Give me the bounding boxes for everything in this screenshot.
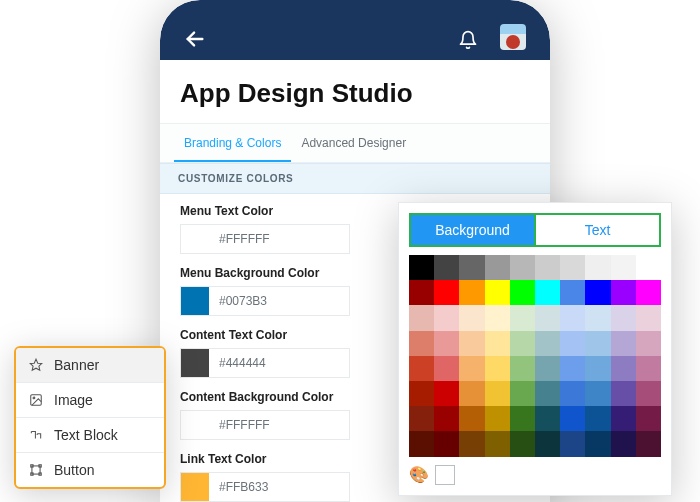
palette-swatch[interactable] xyxy=(636,431,661,456)
palette-swatch[interactable] xyxy=(611,406,636,431)
palette-swatch[interactable] xyxy=(510,381,535,406)
palette-swatch[interactable] xyxy=(560,280,585,305)
palette-swatch[interactable] xyxy=(560,431,585,456)
palette-swatch[interactable] xyxy=(510,406,535,431)
palette-swatch[interactable] xyxy=(485,381,510,406)
palette-swatch[interactable] xyxy=(535,356,560,381)
palette-swatch[interactable] xyxy=(510,280,535,305)
palette-swatch[interactable] xyxy=(636,331,661,356)
palette-swatch[interactable] xyxy=(560,381,585,406)
palette-swatch[interactable] xyxy=(611,381,636,406)
color-input[interactable]: #FFB633 xyxy=(180,472,350,502)
tab-advanced-designer[interactable]: Advanced Designer xyxy=(291,126,416,160)
palette-swatch[interactable] xyxy=(560,331,585,356)
tab-branding-colors[interactable]: Branding & Colors xyxy=(174,126,291,162)
palette-swatch[interactable] xyxy=(434,431,459,456)
palette-swatch[interactable] xyxy=(636,381,661,406)
palette-swatch[interactable] xyxy=(409,381,434,406)
palette-swatch[interactable] xyxy=(409,331,434,356)
palette-swatch[interactable] xyxy=(636,305,661,330)
palette-swatch[interactable] xyxy=(535,381,560,406)
palette-swatch[interactable] xyxy=(434,280,459,305)
palette-swatch[interactable] xyxy=(434,305,459,330)
avatar[interactable] xyxy=(500,24,526,50)
palette-swatch[interactable] xyxy=(560,305,585,330)
palette-swatch[interactable] xyxy=(585,431,610,456)
back-icon[interactable] xyxy=(184,28,206,50)
element-image[interactable]: Image xyxy=(16,383,164,418)
palette-swatch[interactable] xyxy=(409,356,434,381)
palette-swatch[interactable] xyxy=(409,305,434,330)
palette-swatch[interactable] xyxy=(485,431,510,456)
palette-swatch[interactable] xyxy=(510,255,535,280)
palette-swatch[interactable] xyxy=(459,406,484,431)
palette-swatch[interactable] xyxy=(485,255,510,280)
palette-swatch[interactable] xyxy=(510,331,535,356)
palette-swatch[interactable] xyxy=(459,331,484,356)
palette-swatch[interactable] xyxy=(611,431,636,456)
palette-swatch[interactable] xyxy=(636,255,661,280)
palette-swatch[interactable] xyxy=(636,406,661,431)
palette-swatch[interactable] xyxy=(535,255,560,280)
palette-swatch[interactable] xyxy=(560,406,585,431)
palette-swatch[interactable] xyxy=(459,431,484,456)
palette-swatch[interactable] xyxy=(510,356,535,381)
palette-swatch[interactable] xyxy=(611,255,636,280)
palette-swatch[interactable] xyxy=(535,305,560,330)
palette-swatch[interactable] xyxy=(560,255,585,280)
palette-icon[interactable]: 🎨 xyxy=(409,465,429,484)
palette-swatch[interactable] xyxy=(585,381,610,406)
palette-swatch[interactable] xyxy=(535,406,560,431)
color-input[interactable]: #444444 xyxy=(180,348,350,378)
palette-swatch[interactable] xyxy=(535,280,560,305)
palette-swatch[interactable] xyxy=(585,356,610,381)
picker-tab-background[interactable]: Background xyxy=(411,215,536,245)
palette-swatch[interactable] xyxy=(409,280,434,305)
palette-swatch[interactable] xyxy=(585,331,610,356)
palette-swatch[interactable] xyxy=(434,331,459,356)
palette-swatch[interactable] xyxy=(459,305,484,330)
palette-swatch[interactable] xyxy=(459,381,484,406)
palette-swatch[interactable] xyxy=(611,331,636,356)
palette-swatch[interactable] xyxy=(485,356,510,381)
palette-swatch[interactable] xyxy=(611,280,636,305)
element-button[interactable]: Button xyxy=(16,453,164,487)
current-color-swatch[interactable] xyxy=(435,465,455,485)
picker-tab-text[interactable]: Text xyxy=(536,215,659,245)
element-list: Banner Image Text Block Button xyxy=(14,346,166,489)
palette-swatch[interactable] xyxy=(510,431,535,456)
palette-swatch[interactable] xyxy=(485,305,510,330)
palette-swatch[interactable] xyxy=(535,331,560,356)
palette-swatch[interactable] xyxy=(585,406,610,431)
notifications-icon[interactable] xyxy=(458,30,478,50)
tabs: Branding & Colors Advanced Designer xyxy=(160,123,550,163)
palette-swatch[interactable] xyxy=(459,356,484,381)
color-input[interactable]: #0073B3 xyxy=(180,286,350,316)
color-input[interactable]: #FFFFFF xyxy=(180,224,350,254)
palette-swatch[interactable] xyxy=(611,305,636,330)
palette-swatch[interactable] xyxy=(611,356,636,381)
palette-swatch[interactable] xyxy=(434,406,459,431)
palette-swatch[interactable] xyxy=(585,305,610,330)
palette-swatch[interactable] xyxy=(409,406,434,431)
palette-swatch[interactable] xyxy=(459,255,484,280)
palette-swatch[interactable] xyxy=(560,356,585,381)
palette-swatch[interactable] xyxy=(636,280,661,305)
palette-swatch[interactable] xyxy=(434,356,459,381)
palette-swatch[interactable] xyxy=(485,331,510,356)
palette-swatch[interactable] xyxy=(510,305,535,330)
color-input[interactable]: #FFFFFF xyxy=(180,410,350,440)
element-banner[interactable]: Banner xyxy=(16,348,164,383)
palette-swatch[interactable] xyxy=(636,356,661,381)
palette-swatch[interactable] xyxy=(434,381,459,406)
palette-swatch[interactable] xyxy=(409,431,434,456)
palette-swatch[interactable] xyxy=(585,255,610,280)
palette-swatch[interactable] xyxy=(459,280,484,305)
palette-swatch[interactable] xyxy=(434,255,459,280)
palette-swatch[interactable] xyxy=(535,431,560,456)
palette-swatch[interactable] xyxy=(585,280,610,305)
palette-swatch[interactable] xyxy=(485,280,510,305)
palette-swatch[interactable] xyxy=(485,406,510,431)
element-text-block[interactable]: Text Block xyxy=(16,418,164,453)
palette-swatch[interactable] xyxy=(409,255,434,280)
